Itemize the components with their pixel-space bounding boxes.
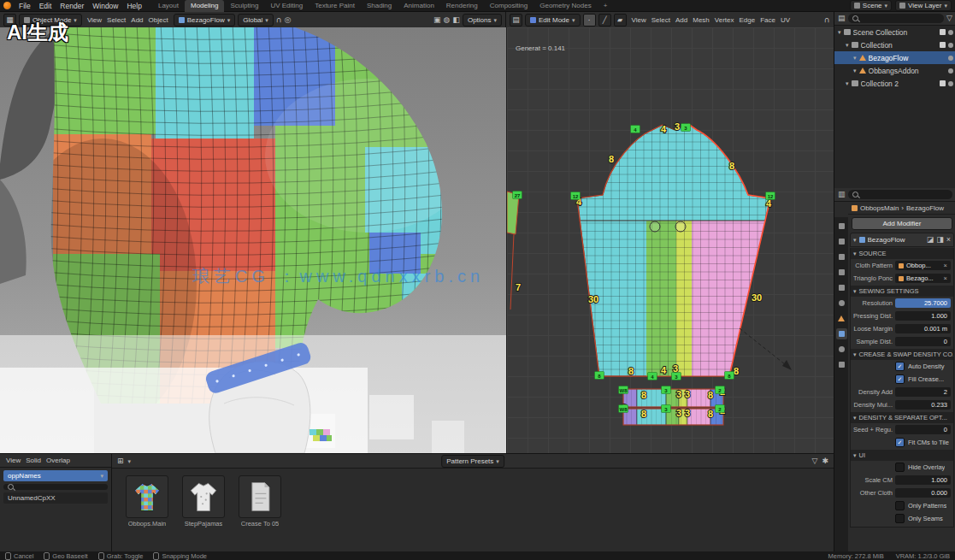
overlay-toggle-icon[interactable]: ▣ bbox=[433, 16, 441, 24]
exclude-checkbox-icon[interactable] bbox=[940, 42, 946, 48]
xray-toggle-icon[interactable]: ◍ bbox=[444, 16, 451, 24]
field-value-density-add[interactable]: 2 bbox=[895, 387, 951, 397]
menu-edit[interactable]: Edit bbox=[35, 2, 56, 10]
menu-overlap[interactable]: Overlap bbox=[44, 457, 73, 464]
properties-tab-object-data[interactable] bbox=[836, 359, 847, 370]
scene-selector[interactable]: Scene ▾ bbox=[850, 0, 892, 11]
checkbox-row-auto-density[interactable]: ✓Auto Density bbox=[895, 362, 951, 371]
edge-select-button[interactable]: ╱ bbox=[598, 14, 611, 27]
outliner-row-scene-collection[interactable]: ▾Scene Collection bbox=[834, 26, 955, 38]
outliner-row-bezagoflow[interactable]: ▾BezagoFlow bbox=[834, 51, 955, 64]
asset-card-obbops-main[interactable]: Obbops.Main bbox=[124, 475, 170, 528]
workspace-tab-sculpting[interactable]: Sculpting bbox=[224, 0, 264, 12]
field-value-resolution[interactable]: 25.7000 bbox=[895, 298, 951, 308]
outliner-search[interactable] bbox=[848, 14, 945, 23]
visibility-eye-icon[interactable] bbox=[948, 43, 953, 48]
field-value-seed-regu[interactable]: 0 bbox=[895, 425, 951, 434]
gear-icon[interactable]: ✱ bbox=[822, 457, 828, 465]
workspace-tab-modeling[interactable]: Modeling bbox=[185, 0, 224, 12]
field-value-sample-dist[interactable]: 0 bbox=[895, 337, 951, 346]
disclosure-triangle-icon[interactable]: ▾ bbox=[846, 42, 849, 48]
breadcrumb-object[interactable]: ObbopsMain bbox=[860, 204, 899, 212]
visibility-eye-icon[interactable] bbox=[948, 30, 953, 35]
section-ui[interactable]: ▾UI bbox=[851, 450, 953, 461]
editor-type-icon[interactable]: ▦ bbox=[3, 14, 16, 27]
section-crease-swap-density-co[interactable]: ▾CREASE & SWAP DENSITY CO... bbox=[851, 349, 953, 360]
field-value-density-mul[interactable]: 0.233 bbox=[895, 400, 951, 410]
workspace-tab-x[interactable]: + bbox=[598, 0, 614, 12]
checkbox-row-only-seams[interactable]: Only Seams bbox=[895, 514, 951, 523]
workspace-tab-shading[interactable]: Shading bbox=[361, 0, 398, 12]
options-dropdown[interactable]: Options ▾ bbox=[463, 14, 502, 27]
field-value-pressing-dist[interactable]: 1.000 bbox=[895, 311, 951, 321]
outliner-row-collection[interactable]: ▾Collection bbox=[834, 38, 955, 51]
properties-icon[interactable]: ▥ bbox=[838, 191, 846, 198]
mode-dropdown[interactable]: Edit Mode ▾ bbox=[525, 14, 581, 27]
checkbox-row-only-patterns[interactable]: Only Patterns bbox=[895, 501, 951, 510]
properties-tab-render[interactable] bbox=[836, 236, 847, 247]
menu-select[interactable]: Select bbox=[104, 16, 128, 24]
exclude-checkbox-icon[interactable] bbox=[940, 29, 946, 35]
add-modifier-button[interactable]: Add Modifier bbox=[852, 217, 952, 230]
face-select-button[interactable]: ▰ bbox=[614, 14, 627, 27]
outliner-row-obbangsaddon[interactable]: ▾ObbangsAddon bbox=[834, 64, 955, 77]
filter-icon[interactable]: ▽ bbox=[946, 15, 952, 22]
asset-card-steppajamas[interactable]: StepPajamas bbox=[180, 475, 227, 528]
properties-tab-scene[interactable] bbox=[836, 282, 847, 293]
menu-view[interactable]: View bbox=[629, 16, 649, 24]
snap-magnet-icon[interactable]: ∪ bbox=[276, 16, 282, 24]
vertex-select-button[interactable]: · bbox=[583, 14, 596, 27]
workspace-tab-layout[interactable]: Layout bbox=[152, 0, 185, 12]
section-density-separate-opt[interactable]: ▾DENSITY & SEPARATE OPT... bbox=[851, 412, 953, 423]
proportional-edit-icon[interactable]: ◎ bbox=[284, 16, 291, 24]
menu-select[interactable]: Select bbox=[649, 16, 673, 24]
menu-add[interactable]: Add bbox=[128, 16, 145, 24]
disclosure-triangle-icon[interactable]: ▾ bbox=[853, 68, 857, 74]
shading-sphere-icon[interactable]: ◧ bbox=[452, 16, 460, 24]
menu-window[interactable]: Window bbox=[88, 2, 122, 10]
menu-help[interactable]: Help bbox=[122, 2, 145, 10]
properties-tab-output[interactable] bbox=[836, 251, 847, 262]
disclosure-triangle-icon[interactable]: ▾ bbox=[838, 29, 841, 35]
checkbox-row-fit-cms-to-tile[interactable]: ✓Fit CMs to Tile bbox=[895, 438, 951, 447]
visibility-eye-icon[interactable] bbox=[948, 81, 953, 86]
presets-dropdown[interactable]: Pattern Presets ▾ bbox=[441, 455, 504, 468]
field-value-scale-cm[interactable]: 1.000 bbox=[895, 475, 951, 485]
outliner-row-collection-2[interactable]: ▾Collection 2 bbox=[834, 77, 955, 90]
display-render-icon[interactable]: ◨ bbox=[936, 236, 944, 244]
menu-render[interactable]: Render bbox=[56, 2, 88, 10]
asset-card-crease-to-05[interactable]: Crease To 05 bbox=[237, 475, 283, 528]
menu-edge[interactable]: Edge bbox=[736, 16, 758, 24]
breadcrumb-modifier[interactable]: BezagoFlow bbox=[906, 204, 944, 212]
workspace-tab-animation[interactable]: Animation bbox=[398, 0, 440, 12]
workspace-tab-texture-paint[interactable]: Texture Paint bbox=[309, 0, 361, 12]
editor-type-icon[interactable]: ▤ bbox=[510, 14, 522, 27]
blender-logo-icon[interactable] bbox=[3, 2, 11, 9]
names-search[interactable] bbox=[3, 484, 108, 490]
workspace-tab-geometry-nodes[interactable]: Geometry Nodes bbox=[534, 0, 597, 12]
viewport-3d[interactable] bbox=[0, 27, 506, 453]
menu-object[interactable]: Object bbox=[146, 16, 171, 24]
field-value-trianglo-ponce[interactable]: Bezago...× bbox=[895, 274, 951, 283]
properties-tab-world[interactable] bbox=[836, 298, 847, 309]
visibility-eye-icon[interactable] bbox=[948, 68, 953, 74]
clear-icon[interactable]: × bbox=[944, 274, 947, 282]
view-layer-selector[interactable]: View Layer ▾ bbox=[895, 0, 952, 11]
menu-view[interactable]: View bbox=[85, 16, 104, 24]
tool-dropdown[interactable]: BezagoFlow ▾ bbox=[174, 14, 236, 27]
list-item[interactable]: UnnamedCpXX bbox=[3, 492, 108, 504]
display-mode-icon[interactable]: ⊞ bbox=[117, 457, 124, 465]
checkbox-row-fill-crease[interactable]: ✓Fill Crease... bbox=[895, 374, 951, 384]
field-value-loose-margin[interactable]: 0.001 m bbox=[895, 324, 951, 333]
outliner-icon[interactable]: ▤ bbox=[838, 15, 846, 22]
workspace-tab-compositing[interactable]: Compositing bbox=[484, 0, 534, 12]
menu-view[interactable]: View bbox=[3, 457, 23, 464]
disclosure-triangle-icon[interactable]: ▾ bbox=[846, 80, 849, 86]
display-viewport-icon[interactable]: ◪ bbox=[927, 236, 934, 244]
names-dropdown[interactable]: oppNames ▾ bbox=[3, 470, 108, 481]
menu-file[interactable]: File bbox=[15, 2, 35, 10]
checkbox-row-hide-overlay[interactable]: Hide Overlay bbox=[895, 463, 951, 472]
exclude-checkbox-icon[interactable] bbox=[940, 80, 946, 86]
visibility-eye-icon[interactable] bbox=[948, 56, 953, 61]
menu-add[interactable]: Add bbox=[673, 16, 690, 24]
